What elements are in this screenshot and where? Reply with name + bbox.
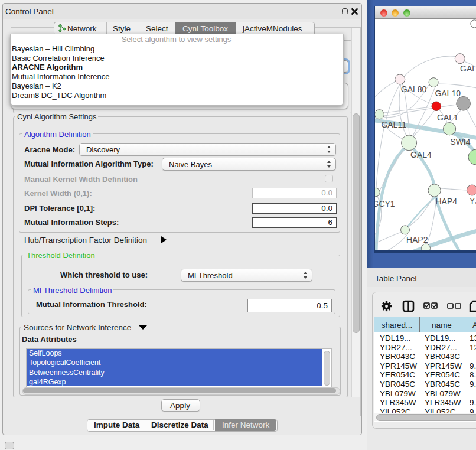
- svg-text:YJ: YJ: [470, 196, 476, 206]
- svg-text:GAL80: GAL80: [401, 84, 427, 94]
- svg-text:SWI4: SWI4: [450, 137, 470, 146]
- svg-text:GAL10: GAL10: [435, 89, 461, 98]
- svg-text:GAL7: GAL7: [460, 64, 476, 73]
- svg-text:GCY1: GCY1: [375, 199, 395, 208]
- svg-text:GAL4: GAL4: [410, 150, 432, 159]
- svg-text:HAP4: HAP4: [436, 197, 458, 206]
- svg-text:GAL1: GAL1: [437, 113, 458, 122]
- svg-text:GAL11: GAL11: [381, 120, 406, 129]
- svg-text:HAP2: HAP2: [406, 235, 428, 244]
